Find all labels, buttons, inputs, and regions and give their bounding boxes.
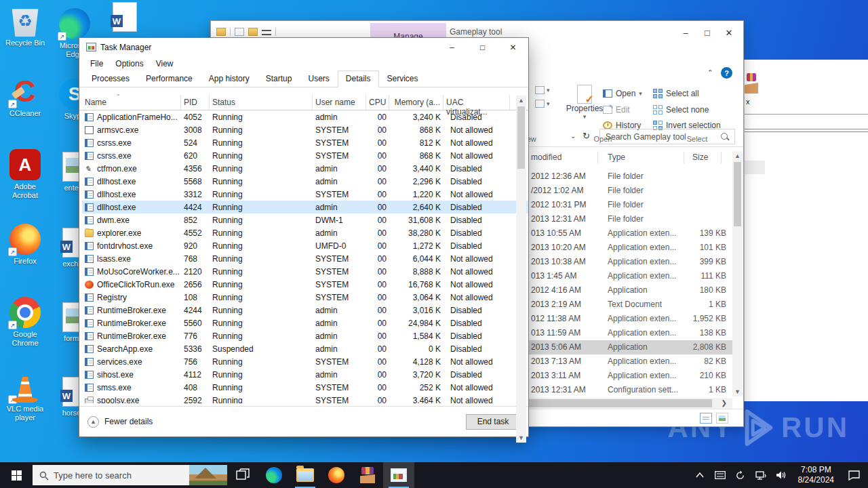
column-type[interactable]: Type: [608, 152, 625, 162]
process-row-sihost-exe[interactable]: sihost.exe4112Runningadmin003,720 KDisab…: [82, 368, 528, 381]
process-row-smss-exe[interactable]: smss.exe408RunningSYSTEM00252 KNot allow…: [82, 381, 528, 394]
file-row[interactable]: 2012 12:36 AMFile folder: [507, 169, 734, 184]
taskbar-app-explorer[interactable]: [290, 462, 321, 488]
file-row[interactable]: 013 1:45 AMApplication exten...111 KB: [507, 269, 734, 283]
process-row-dllhost-exe[interactable]: dllhost.exe4424Runningadmin002,640 KDisa…: [82, 201, 528, 214]
file-row[interactable]: 2013 10:38 AMApplication exten...399 KB: [507, 255, 734, 269]
search-highlight-image[interactable]: [189, 465, 227, 485]
tab-users[interactable]: Users: [300, 70, 337, 87]
folder-icon[interactable]: [248, 28, 258, 36]
process-row-searchapp-exe[interactable]: SearchApp.exe5336Suspendedadmin000 KDisa…: [82, 342, 528, 355]
scroll-up-icon[interactable]: ▲: [516, 97, 526, 104]
volume-icon[interactable]: [772, 462, 790, 488]
scrollbar-thumb[interactable]: [517, 106, 525, 169]
open-button[interactable]: Open▾: [603, 87, 642, 100]
file-row[interactable]: 2013 12:31 AMConfiguration sett...1 KB: [507, 383, 734, 397]
start-button[interactable]: [0, 462, 33, 488]
desktop-icon-adobe-acrobat[interactable]: AAdobe Acrobat: [3, 149, 47, 200]
close-button[interactable]: ✕: [719, 28, 739, 38]
file-row[interactable]: 2013 10:20 AMApplication exten...101 KB: [507, 241, 734, 255]
process-row-runtimebroker-exe[interactable]: RuntimeBroker.exe776Runningadmin001,584 …: [82, 329, 528, 342]
file-row[interactable]: 2012 10:31 PMFile folder: [507, 198, 734, 212]
explorer-vertical-scrollbar[interactable]: ▲ ▼: [732, 151, 743, 396]
process-row-registry[interactable]: Registry108RunningSYSTEM003,064 KNot all…: [82, 291, 528, 304]
help-icon[interactable]: ?: [721, 67, 732, 79]
tab-details[interactable]: Details: [338, 70, 379, 87]
customize-toolbar-icon[interactable]: [262, 30, 271, 35]
file-row[interactable]: 2012 4:16 AMApplication180 KB: [507, 283, 734, 298]
desktop-icon-recycle-bin[interactable]: ♻Recycle Bin: [3, 5, 47, 47]
properties-button[interactable]: Properties ▾: [565, 85, 604, 120]
select-none-button[interactable]: Select none: [653, 104, 709, 116]
tm-vertical-scrollbar[interactable]: ▲ ▼: [516, 96, 526, 443]
touch-keyboard-icon[interactable]: [711, 462, 729, 488]
file-row[interactable]: 2013 5:06 AMApplication2,808 KB: [507, 340, 734, 354]
scroll-up-icon[interactable]: ▲: [732, 152, 743, 159]
desktop-icon-ccleaner[interactable]: ↗CCleaner: [3, 76, 47, 118]
taskbar-app-winrar[interactable]: [352, 462, 383, 488]
maximize-button[interactable]: □: [697, 28, 717, 38]
scrollbar-thumb[interactable]: [734, 162, 741, 226]
process-row-csrss-exe[interactable]: csrss.exe524RunningSYSTEM00812 KNot allo…: [82, 136, 528, 149]
tab-performance[interactable]: Performance: [138, 70, 201, 87]
edit-button[interactable]: Edit: [603, 104, 630, 116]
tray-chevron-up-icon[interactable]: [691, 462, 709, 488]
column-header-name[interactable]: Name⌃: [82, 95, 181, 110]
tab-processes[interactable]: Processes: [83, 70, 138, 87]
process-row-services-exe[interactable]: services.exe756RunningSYSTEM004,128 KNot…: [82, 355, 528, 368]
collapse-ribbon-icon[interactable]: ⌃: [707, 68, 713, 77]
tab-services[interactable]: Services: [379, 70, 427, 87]
column-header-user-name[interactable]: User name: [313, 95, 366, 110]
process-row-armsvc-exe[interactable]: armsvc.exe3008RunningSYSTEM00868 KNot al…: [82, 123, 528, 136]
process-row-ctfmon-exe[interactable]: ✎ctfmon.exe4356Runningadmin003,440 KDisa…: [82, 162, 528, 175]
file-row[interactable]: 013 10:55 AMApplication exten...139 KB: [507, 226, 734, 241]
file-row[interactable]: 2013 12:31 AMFile folder: [507, 212, 734, 226]
column-size[interactable]: Size: [692, 152, 708, 162]
process-row-explorer-exe[interactable]: explorer.exe4552Runningadmin0038,280 KDi…: [82, 226, 528, 239]
new-item-icons[interactable]: ▾ ▾: [535, 86, 550, 113]
file-row[interactable]: 012 11:38 AMApplication exten...1,952 KB: [507, 312, 734, 326]
process-row-dwm-exe[interactable]: dwm.exe852RunningDWM-10031,608 KDisabled: [82, 214, 528, 226]
taskbar-app-edge[interactable]: [258, 462, 290, 488]
taskbar-clock[interactable]: 7:08 PM 8/24/2024: [793, 465, 840, 485]
process-row-runtimebroker-exe[interactable]: RuntimeBroker.exe5560Runningadmin0024,98…: [82, 317, 528, 329]
process-row-lsass-exe[interactable]: lsass.exe768RunningSYSTEM006,044 KNot al…: [82, 252, 528, 265]
action-center-button[interactable]: [842, 462, 865, 488]
scroll-down-icon[interactable]: ▼: [516, 434, 526, 441]
refresh-icon[interactable]: ↻: [583, 131, 590, 141]
folder-icon[interactable]: [216, 28, 226, 36]
file-row[interactable]: /2012 1:02 AMFile folder: [507, 184, 734, 198]
file-row[interactable]: 2013 7:13 AMApplication exten...82 KB: [507, 354, 734, 369]
taskbar-app-task-manager[interactable]: [383, 462, 414, 488]
details-view-icon[interactable]: [700, 413, 712, 424]
desktop-icon-google-chrome[interactable]: ↗Google Chrome: [3, 297, 47, 348]
process-row-dllhost-exe[interactable]: dllhost.exe3312RunningSYSTEM001,220 KNot…: [82, 188, 528, 201]
tab-startup[interactable]: Startup: [258, 70, 300, 87]
column-header-uac-virtualizat-[interactable]: UAC virtualizat...: [443, 95, 510, 110]
desktop-icon-vlc-media-player[interactable]: ↗VLC media player: [3, 371, 47, 422]
desktop-icon-firefox[interactable]: ↗Firefox: [3, 224, 47, 266]
address-dropdown-icon[interactable]: ⌄: [570, 132, 576, 140]
close-button[interactable]: ✕: [498, 38, 528, 56]
maximize-button[interactable]: □: [467, 38, 498, 56]
column-header-status[interactable]: Status: [210, 95, 313, 110]
process-row-fontdrvhost-exe[interactable]: fontdrvhost.exe920RunningUMFD-0001,272 K…: [82, 239, 528, 252]
file-row[interactable]: 2013 2:19 AMText Document1 KB: [507, 298, 734, 312]
process-row-dllhost-exe[interactable]: dllhost.exe5568Runningadmin002,296 KDisa…: [82, 175, 528, 188]
thumbnail-view-icon[interactable]: [716, 413, 728, 424]
menu-view[interactable]: View: [150, 58, 180, 70]
desktop-icon-word-doc[interactable]: [103, 2, 146, 32]
minimize-button[interactable]: –: [675, 28, 696, 38]
process-row-officeclicktorun-exe[interactable]: OfficeClickToRun.exe2656RunningSYSTEM001…: [82, 278, 528, 291]
scroll-right-icon[interactable]: ❯: [722, 399, 727, 407]
explorer-search-box[interactable]: Search Gameplay tool: [599, 129, 735, 144]
tab-app-history[interactable]: App history: [201, 70, 258, 87]
column-date-modified[interactable]: modified: [531, 152, 561, 162]
file-row[interactable]: 013 11:59 AMApplication exten...138 KB: [507, 326, 734, 340]
minimize-button[interactable]: –: [437, 38, 467, 56]
scrollbar-thumb[interactable]: [507, 399, 712, 407]
process-row-spoolsv-exe[interactable]: spoolsv.exe2592RunningSYSTEM003,464 KNot…: [82, 394, 528, 403]
menu-file[interactable]: File: [84, 58, 109, 70]
scroll-down-icon[interactable]: ▼: [732, 388, 743, 395]
process-row-runtimebroker-exe[interactable]: RuntimeBroker.exe4244Runningadmin003,016…: [82, 304, 528, 317]
